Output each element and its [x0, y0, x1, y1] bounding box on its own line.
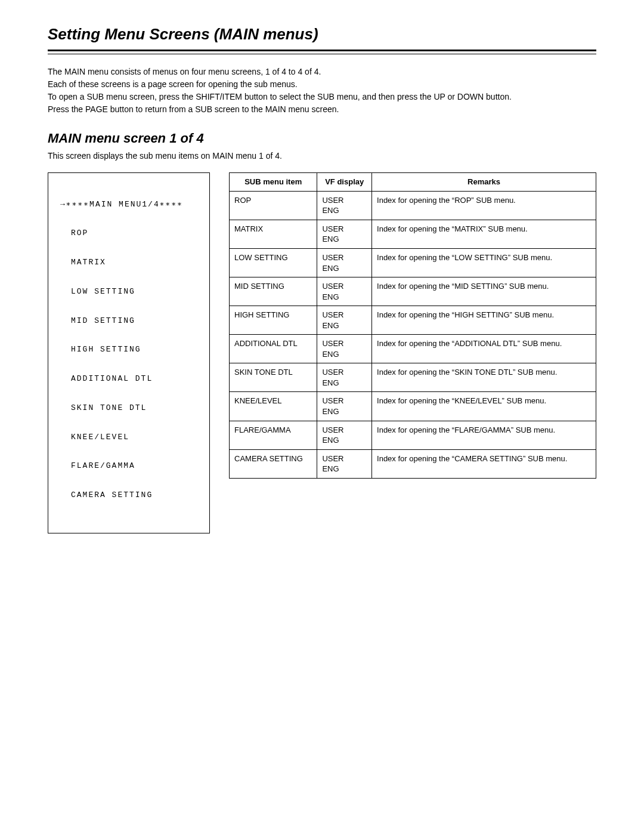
- cell-item: LOW SETTING: [230, 248, 317, 277]
- cell-vf: USERENG: [317, 220, 372, 248]
- cell-item: CAMERA SETTING: [230, 449, 317, 478]
- cell-vf: USERENG: [317, 392, 372, 421]
- table-row: SKIN TONE DTLUSERENGIndex for opening th…: [230, 363, 596, 392]
- cell-vf: USERENG: [317, 277, 372, 306]
- menu-box-item: KNEE/LEVEL: [60, 433, 197, 442]
- cell-item: MID SETTING: [230, 277, 317, 306]
- table-row: ADDITIONAL DTLUSERENGIndex for opening t…: [230, 335, 596, 363]
- spec-table: SUB menu item VF display Remarks ROPUSER…: [229, 172, 596, 478]
- cell-remarks: Index for opening the “MID SETTING” SUB …: [372, 277, 596, 306]
- col-header-remarks: Remarks: [372, 173, 596, 192]
- table-row: HIGH SETTINGUSERENGIndex for opening the…: [230, 306, 596, 335]
- cell-remarks: Index for opening the “ROP” SUB menu.: [372, 191, 596, 220]
- cell-remarks: Index for opening the “ADDITIONAL DTL” S…: [372, 335, 596, 363]
- cell-vf: USERENG: [317, 191, 372, 220]
- menu-box-item: MATRIX: [60, 258, 197, 267]
- section-caption: This screen displays the sub menu items …: [48, 150, 596, 162]
- menu-box-item: ROP: [60, 229, 197, 238]
- table-row: LOW SETTINGUSERENGIndex for opening the …: [230, 248, 596, 277]
- cell-item: SKIN TONE DTL: [230, 363, 317, 392]
- cell-remarks: Index for opening the “KNEE/LEVEL” SUB m…: [372, 392, 596, 421]
- table-row: FLARE/GAMMAUSERENGIndex for opening the …: [230, 421, 596, 449]
- cell-vf: USERENG: [317, 449, 372, 478]
- cell-item: FLARE/GAMMA: [230, 421, 317, 449]
- table-row: MATRIXUSERENGIndex for opening the “MATR…: [230, 220, 596, 248]
- cell-item: ROP: [230, 191, 317, 220]
- cell-item: ADDITIONAL DTL: [230, 335, 317, 363]
- page-title: Setting Menu Screens (MAIN menus): [48, 24, 596, 45]
- cell-item: MATRIX: [230, 220, 317, 248]
- intro-block: The MAIN menu consists of menus on four …: [48, 66, 596, 115]
- cell-remarks: Index for opening the “HIGH SETTING” SUB…: [372, 306, 596, 335]
- table-row: KNEE/LEVELUSERENGIndex for opening the “…: [230, 392, 596, 421]
- intro-line: Each of these screens is a page screen f…: [48, 79, 596, 90]
- menu-box-item: CAMERA SETTING: [60, 491, 197, 500]
- table-row: ROPUSERENGIndex for opening the “ROP” SU…: [230, 191, 596, 220]
- menu-box: →∗∗∗∗MAIN MENU1/4∗∗∗∗ ROP MATRIX LOW SET…: [48, 172, 210, 533]
- content-columns: →∗∗∗∗MAIN MENU1/4∗∗∗∗ ROP MATRIX LOW SET…: [48, 172, 596, 533]
- cell-remarks: Index for opening the “CAMERA SETTING” S…: [372, 449, 596, 478]
- intro-line: Press the PAGE button to return from a S…: [48, 104, 596, 115]
- menu-box-header: →∗∗∗∗MAIN MENU1/4∗∗∗∗: [60, 200, 197, 209]
- cell-item: HIGH SETTING: [230, 306, 317, 335]
- cell-item: KNEE/LEVEL: [230, 392, 317, 421]
- table-header-row: SUB menu item VF display Remarks: [230, 173, 596, 192]
- intro-line: The MAIN menu consists of menus on four …: [48, 66, 596, 78]
- cell-vf: USERENG: [317, 421, 372, 449]
- menu-box-item: HIGH SETTING: [60, 345, 197, 354]
- menu-box-item: ADDITIONAL DTL: [60, 374, 197, 384]
- cell-remarks: Index for opening the “MATRIX” SUB menu.: [372, 220, 596, 248]
- cell-vf: USERENG: [317, 335, 372, 363]
- table-row: MID SETTINGUSERENGIndex for opening the …: [230, 277, 596, 306]
- cell-vf: USERENG: [317, 363, 372, 392]
- cell-vf: USERENG: [317, 248, 372, 277]
- menu-box-item: SKIN TONE DTL: [60, 403, 197, 413]
- intro-line: To open a SUB menu screen, press the SHI…: [48, 91, 596, 103]
- cell-remarks: Index for opening the “LOW SETTING” SUB …: [372, 248, 596, 277]
- cell-remarks: Index for opening the “FLARE/GAMMA” SUB …: [372, 421, 596, 449]
- section-heading: MAIN menu screen 1 of 4: [48, 129, 596, 147]
- menu-box-item: MID SETTING: [60, 316, 197, 326]
- menu-box-item: FLARE/GAMMA: [60, 461, 197, 471]
- col-header-item: SUB menu item: [230, 173, 317, 192]
- title-divider: [48, 50, 596, 54]
- col-header-vf: VF display: [317, 173, 372, 192]
- table-row: CAMERA SETTINGUSERENGIndex for opening t…: [230, 449, 596, 478]
- cell-remarks: Index for opening the “SKIN TONE DTL” SU…: [372, 363, 596, 392]
- cell-vf: USERENG: [317, 306, 372, 335]
- menu-box-item: LOW SETTING: [60, 287, 197, 297]
